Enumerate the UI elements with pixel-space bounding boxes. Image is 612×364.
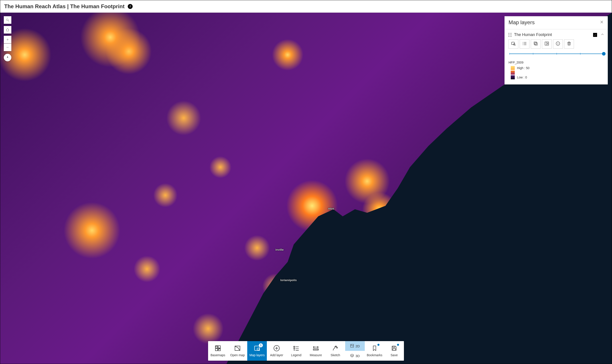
app-title: The Human Reach Atlas | The Human Footpr… [4, 3, 125, 10]
layer-legend: HFP_2009 High : 50 Low : 0 [504, 60, 608, 84]
table-icon [522, 41, 527, 47]
layer-row: The Human Footprint [504, 29, 608, 39]
save-icon [391, 345, 397, 351]
svg-rect-17 [535, 43, 537, 45]
layer-info-button[interactable] [553, 39, 563, 49]
legend-title: HFP_2009 [509, 61, 604, 64]
dock-label: Save [390, 353, 398, 357]
view-3d-label: 3D [355, 354, 360, 358]
zoom-to-layer-button[interactable] [509, 39, 518, 49]
dock-sketch[interactable]: Sketch [326, 341, 345, 361]
search-icon [6, 18, 9, 22]
app-header: The Human Reach Atlas | The Human Footpr… [0, 0, 612, 13]
dock-save[interactable]: Save [384, 341, 404, 361]
dock-label: Basemaps [210, 353, 225, 357]
sketch-icon [332, 345, 339, 351]
bottom-dock: BasemapsOpen mapMap layers1Add layerLege… [208, 341, 404, 361]
slider-tick [509, 53, 510, 55]
compass-button[interactable] [4, 54, 11, 61]
remove-layer-button[interactable] [564, 39, 574, 49]
svg-rect-38 [294, 346, 295, 347]
zoom-in-button[interactable] [4, 36, 11, 43]
legend-item-low: Low : 0 [511, 75, 604, 79]
dock-indicator-dot [377, 344, 379, 346]
layers-panel-close[interactable] [600, 20, 604, 25]
dock-view-toggle: 2D3D [345, 341, 365, 361]
view-2d-button[interactable]: 2D [345, 341, 365, 351]
layer-tools [504, 39, 608, 51]
slider-tick [556, 53, 557, 55]
slider-thumb[interactable] [602, 52, 606, 55]
svg-rect-27 [215, 349, 218, 351]
drag-handle-icon[interactable] [509, 33, 511, 37]
legend-icon [293, 345, 300, 351]
svg-rect-7 [512, 42, 515, 45]
svg-rect-53 [393, 349, 395, 350]
legend-item-mid [511, 71, 604, 75]
checkmark-icon [594, 34, 597, 36]
move-to-basemap-button[interactable] [542, 39, 552, 49]
compass-icon [6, 55, 10, 60]
layers-panel-header: Map layers [504, 16, 608, 29]
slider-tick [533, 53, 533, 55]
view-2d-label: 2D [355, 344, 360, 348]
measure-icon [312, 345, 319, 351]
dock-map-layers[interactable]: Map layers1 [247, 341, 267, 361]
home-button[interactable] [4, 26, 11, 34]
dock-legend[interactable]: Legend [286, 341, 306, 361]
layers-panel: Map layers The Human Footprint [504, 16, 608, 84]
zoom-out-button[interactable] [4, 44, 11, 51]
opacity-slider[interactable] [509, 52, 604, 56]
layer-visibility-checkbox[interactable] [593, 33, 597, 37]
map-viewport[interactable]: ntosinvillelorianópolis Map layers [0, 13, 612, 364]
dock-bookmarks[interactable]: Bookmarks [365, 341, 384, 361]
layer-name: The Human Footprint [514, 32, 590, 37]
map-controls [4, 16, 11, 61]
svg-point-33 [257, 348, 259, 350]
dock-label: Measure [310, 353, 322, 357]
slider-tick [580, 53, 580, 55]
dock-basemaps[interactable]: Basemaps [208, 341, 228, 361]
dock-add-layer[interactable]: Add layer [267, 341, 286, 361]
view-3d-button[interactable]: 3D [345, 351, 365, 361]
clone-icon [533, 41, 538, 47]
layer-collapse-toggle[interactable] [600, 33, 604, 37]
dock-label: Sketch [331, 353, 340, 357]
trash-icon [567, 41, 571, 47]
svg-rect-26 [218, 346, 220, 348]
plus-circle-icon [273, 345, 280, 351]
dock-badge: 1 [259, 343, 263, 347]
basemaps-icon [215, 345, 221, 351]
search-button[interactable] [4, 16, 11, 24]
dock-label: Bookmarks [367, 353, 382, 357]
cube-icon [350, 353, 354, 358]
dock-label: Map layers [250, 353, 264, 357]
svg-rect-52 [393, 346, 395, 348]
chevron-up-icon [601, 33, 604, 36]
svg-point-40 [294, 348, 295, 349]
map2d-icon [350, 344, 354, 349]
dock-label: Open map [230, 353, 245, 357]
bookmark-icon [371, 345, 378, 351]
info-button[interactable]: i [128, 4, 133, 9]
plus-icon [6, 38, 9, 41]
legend-swatch-high [511, 66, 515, 70]
info-circle-icon [556, 41, 560, 47]
zoom-layer-icon [511, 41, 516, 47]
legend-swatch-low [511, 75, 515, 79]
svg-line-9 [515, 45, 515, 46]
home-icon [6, 28, 9, 32]
layers-panel-title: Map layers [509, 19, 535, 26]
dock-label: Legend [291, 353, 302, 357]
dock-label: Add layer [270, 353, 283, 357]
attribute-table-button[interactable] [520, 39, 529, 49]
dock-open-map[interactable]: Open map [228, 341, 247, 361]
clone-layer-button[interactable] [531, 39, 541, 49]
legend-swatch-mid [511, 71, 515, 75]
minus-icon [6, 46, 9, 49]
legend-low-label: Low : 0 [517, 76, 527, 79]
open-map-icon [234, 345, 241, 351]
dock-measure[interactable]: Measure [306, 341, 326, 361]
dock-indicator-dot [397, 344, 399, 346]
legend-item-high: High : 50 [511, 66, 604, 70]
